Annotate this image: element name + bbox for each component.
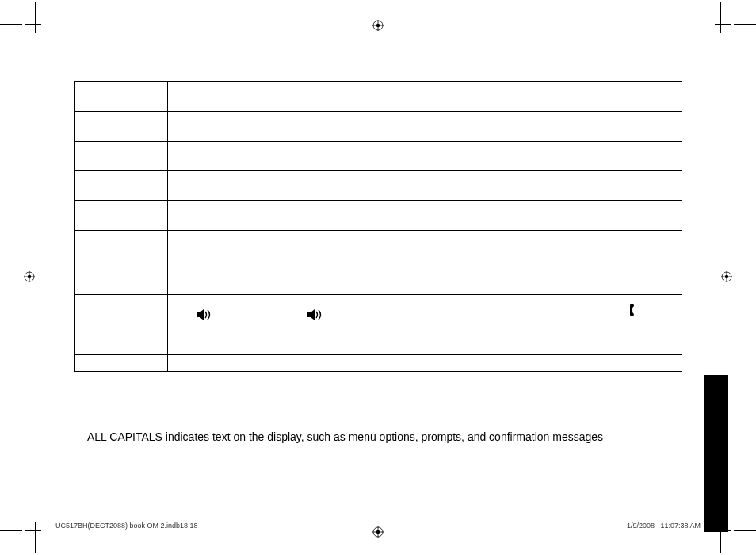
display-note-text: ALL CAPITALS indicates text on the displ… — [87, 431, 701, 443]
crop-mark — [25, 530, 41, 531]
crop-mark — [35, 2, 36, 33]
table-cell — [75, 82, 168, 112]
registration-target-icon — [721, 271, 732, 282]
footer-filename: UC517BH(DECT2088) book OM 2.indb18 18 — [55, 522, 198, 530]
crop-mark — [0, 24, 22, 25]
footer-time: 11:07:38 AM — [660, 522, 701, 530]
crop-mark — [25, 24, 41, 25]
table-cell — [75, 201, 168, 231]
content-table — [74, 81, 682, 372]
table-cell — [168, 82, 682, 112]
table-cell — [168, 201, 682, 231]
crop-mark — [44, 0, 44, 22]
page-area: ALL CAPITALS indicates text on the displ… — [48, 25, 708, 531]
table-row — [75, 335, 682, 355]
bleed-bar — [704, 375, 728, 532]
table-row — [75, 142, 682, 171]
svg-marker-19 — [311, 309, 315, 320]
table-row — [75, 231, 682, 295]
table-row — [75, 355, 682, 372]
crop-mark — [35, 522, 36, 553]
footer-date: 1/9/2008 — [627, 522, 655, 530]
table-cell — [168, 335, 682, 355]
page-footer: UC517BH(DECT2088) book OM 2.indb18 18 1/… — [55, 520, 701, 531]
table-cell — [75, 335, 168, 355]
crop-mark — [720, 2, 721, 33]
footer-datetime: 1/9/2008 11:07:38 AM — [627, 522, 701, 530]
table-row — [75, 171, 682, 201]
table-cell — [168, 171, 682, 201]
crop-mark — [734, 530, 756, 531]
table-cell — [168, 142, 682, 171]
svg-rect-18 — [307, 312, 311, 317]
table-cell — [168, 355, 682, 372]
speaker-icon — [307, 309, 325, 320]
table-cell — [168, 231, 682, 295]
crop-mark — [0, 530, 22, 531]
crop-mark — [44, 533, 44, 555]
table-cell — [75, 355, 168, 372]
svg-rect-16 — [197, 312, 200, 317]
svg-marker-17 — [200, 309, 204, 320]
crop-mark — [715, 24, 731, 25]
table-cell — [75, 142, 168, 171]
crop-mark — [712, 0, 712, 22]
table-cell — [75, 112, 168, 142]
handset-icon — [629, 303, 637, 317]
speaker-icon — [197, 309, 214, 320]
crop-mark — [734, 24, 756, 25]
table-cell — [75, 231, 168, 295]
table-row — [75, 201, 682, 231]
table-cell — [168, 112, 682, 142]
table-row — [75, 295, 682, 335]
table-cell — [75, 295, 168, 335]
table-row — [75, 112, 682, 142]
table-cell — [168, 295, 682, 335]
table-row — [75, 82, 682, 112]
crop-mark — [712, 533, 712, 555]
registration-target-icon — [24, 271, 35, 282]
table-cell — [75, 171, 168, 201]
